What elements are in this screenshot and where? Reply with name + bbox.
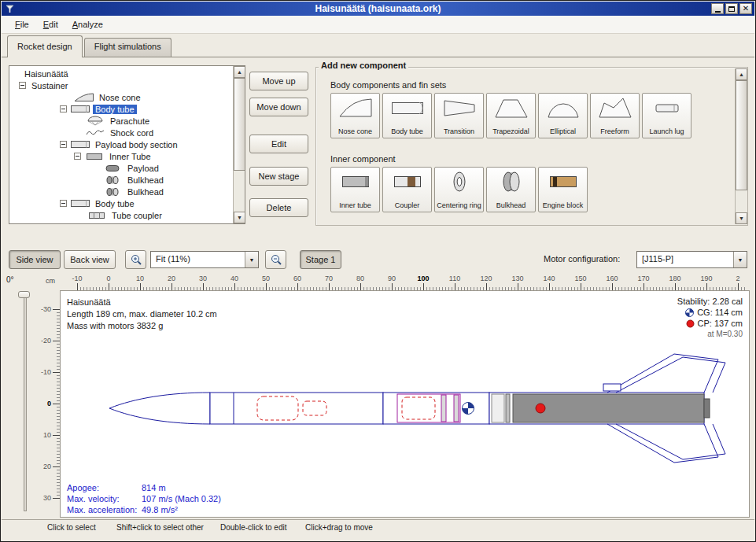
rocket-mass: Mass with motors 3832 g <box>67 320 217 332</box>
stability-info: Stability: 2.28 cal CG: 114 cm CP: 137 c… <box>677 296 743 340</box>
tree-item-shock-cord[interactable]: Shock cord <box>11 127 231 138</box>
new-stage-button[interactable]: New stage <box>249 167 308 186</box>
launch-lug-icon <box>650 96 684 120</box>
tree-item-bulkhead[interactable]: Bulkhead <box>11 186 231 197</box>
tube-coupler-shape[interactable] <box>492 394 504 422</box>
rocket-view-canvas[interactable]: Haisunäätä Length 189 cm, max. diameter … <box>60 290 750 518</box>
tree-item-payload[interactable]: Payload <box>11 162 231 174</box>
tree-item-root[interactable]: Haisunäätä <box>11 68 231 79</box>
apogee-value: 814 m <box>142 482 166 493</box>
minimize-button[interactable] <box>711 3 724 14</box>
motor-configuration-select[interactable]: [J115-P] ▼ <box>636 251 747 268</box>
mach-condition: at M=0.30 <box>677 329 743 340</box>
stability-value: Stability: 2.28 cal <box>677 296 743 307</box>
hint-click-select: Click to select <box>47 523 96 532</box>
collapse-icon[interactable] <box>60 105 67 112</box>
scroll-down-icon[interactable]: ▼ <box>234 212 245 223</box>
side-view-button[interactable]: Side view <box>9 250 61 269</box>
rotation-angle-label: 0° <box>6 275 14 284</box>
tab-rocket-design[interactable]: Rocket design <box>7 35 83 57</box>
add-transition-button[interactable]: Transition <box>434 93 484 138</box>
launch-lug-shape[interactable] <box>603 384 621 391</box>
max-velocity-value: 107 m/s (Mach 0.32) <box>142 493 221 504</box>
status-bar: Click to select Shift+click to select ot… <box>2 519 754 534</box>
edit-button[interactable]: Edit <box>249 135 308 153</box>
back-view-button[interactable]: Back view <box>64 250 116 269</box>
bulkhead-shape[interactable] <box>441 395 446 422</box>
tree-item-tube-coupler[interactable]: Tube coupler <box>11 209 231 221</box>
tree-item-inner-tube[interactable]: Inner Tube <box>11 150 231 162</box>
bulkhead-icon <box>102 175 123 185</box>
menu-edit[interactable]: Edit <box>36 17 65 31</box>
bulkhead-shape[interactable] <box>506 394 510 422</box>
rotation-slider-handle[interactable] <box>18 291 30 298</box>
add-coupler-button[interactable]: Coupler <box>382 167 432 212</box>
add-engine-block-button[interactable]: Engine block <box>538 167 588 212</box>
add-elliptical-fin-button[interactable]: Elliptical <box>538 93 588 138</box>
scroll-up-icon[interactable]: ▲ <box>234 66 245 78</box>
menu-analyze[interactable]: Analyze <box>65 17 110 31</box>
move-down-button[interactable]: Move down <box>249 98 308 116</box>
bulkhead-shape[interactable] <box>454 395 459 422</box>
add-nose-cone-button[interactable]: Nose cone <box>330 93 380 138</box>
fin-shape[interactable] <box>616 357 725 393</box>
minimize-icon <box>715 11 721 13</box>
tab-flight-simulations[interactable]: Flight simulations <box>84 38 171 57</box>
title-bar[interactable]: Haisunäätä (haisunaata.ork) ✕ <box>2 2 754 16</box>
fin-shape[interactable] <box>616 424 725 459</box>
tree-item-bulkhead[interactable]: Bulkhead <box>11 221 231 224</box>
tree-item-body-tube-2[interactable]: Body tube <box>11 197 231 209</box>
rotation-slider-track[interactable] <box>24 291 27 511</box>
cg-icon <box>685 308 694 317</box>
add-bulkhead-button[interactable]: Bulkhead <box>486 167 536 212</box>
nose-cone-shape[interactable] <box>109 393 210 424</box>
parachute-icon <box>85 116 105 126</box>
collapse-icon[interactable] <box>74 153 81 160</box>
scrollbar-thumb[interactable] <box>234 78 245 171</box>
maximize-button[interactable] <box>725 3 738 14</box>
nose-cone-icon <box>74 92 94 102</box>
close-button[interactable]: ✕ <box>739 3 752 14</box>
menu-file[interactable]: File <box>8 17 36 31</box>
ruler-unit-label: cm <box>46 277 55 285</box>
engine-block-icon <box>546 170 581 194</box>
tree-item-bulkhead[interactable]: Bulkhead <box>11 174 231 186</box>
add-inner-tube-button[interactable]: Inner tube <box>330 167 380 212</box>
move-up-button[interactable]: Move up <box>249 72 308 90</box>
zoom-in-button[interactable] <box>125 250 146 269</box>
stage-1-toggle[interactable]: Stage 1 <box>300 250 341 269</box>
add-trapezoidal-fin-button[interactable]: Trapezoidal <box>486 93 536 138</box>
max-acceleration-value: 49.8 m/s² <box>142 504 178 515</box>
add-component-scrollbar[interactable]: ▲ ▼ <box>735 68 747 224</box>
collapse-icon[interactable] <box>60 141 67 148</box>
scrollbar-thumb[interactable] <box>736 80 747 190</box>
tree-item-payload-body-section[interactable]: Payload body section <box>11 138 231 150</box>
tree-scrollbar[interactable]: ▲ ▼ <box>233 66 245 223</box>
body-tube-icon <box>70 198 90 208</box>
trapezoidal-fin-icon <box>494 96 529 120</box>
add-body-tube-button[interactable]: Body tube <box>382 93 432 138</box>
collapse-icon[interactable] <box>19 82 26 89</box>
zoom-out-icon <box>270 253 282 266</box>
tree-item-body-tube[interactable]: Body tube <box>11 103 231 115</box>
cp-value: CP: 137 cm <box>698 318 743 329</box>
tube-coupler-icon <box>87 210 107 220</box>
collapse-icon[interactable] <box>60 200 67 207</box>
component-tree: Haisunäätä Sustainer Nose cone Body tube… <box>9 65 245 224</box>
zoom-level-select[interactable]: Fit (11%) ▼ <box>150 251 259 268</box>
bulkhead-icon <box>102 186 123 197</box>
payload-icon <box>102 163 123 173</box>
tree-item-parachute[interactable]: Parachute <box>11 115 231 127</box>
add-freeform-fin-button[interactable]: Freeform <box>590 93 640 138</box>
app-icon <box>5 4 15 14</box>
tree-item-nose-cone[interactable]: Nose cone <box>11 91 231 103</box>
scroll-up-icon[interactable]: ▲ <box>736 68 747 80</box>
scroll-down-icon[interactable]: ▼ <box>736 212 747 224</box>
zoom-out-button[interactable] <box>265 250 286 269</box>
body-tube-shape[interactable] <box>210 393 383 424</box>
tree-item-sustainer[interactable]: Sustainer <box>11 79 231 91</box>
add-launch-lug-button[interactable]: Launch lug <box>642 93 691 138</box>
add-centering-ring-button[interactable]: Centering ring <box>434 167 484 212</box>
delete-button[interactable]: Delete <box>249 198 308 217</box>
inner-component-label: Inner component <box>330 154 396 164</box>
